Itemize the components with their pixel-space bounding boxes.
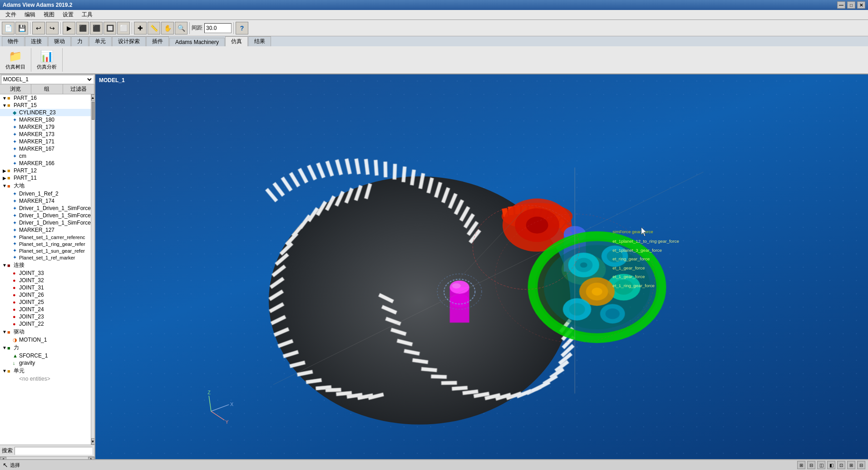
minimize-button[interactable]: — (837, 1, 845, 9)
tab-machinery[interactable]: Adams Machinery (169, 38, 225, 46)
tab-objects[interactable]: 物件 (2, 36, 25, 46)
main-layout: MODEL_1 浏览 组 过滤器 ▼ ■ PART_16 ▼ (0, 74, 868, 460)
tree-node-simforce3[interactable]: ✦ Driver_1_Driven_1_SimForce (0, 219, 91, 226)
tree-node-motion1[interactable]: ◑ MOTION_1 (0, 336, 91, 343)
select-box-button[interactable]: ⬛ (76, 22, 89, 34)
tab-filter[interactable]: 过滤器 (63, 84, 94, 94)
tree-node-joint31[interactable]: ● JOINT_31 (0, 284, 91, 291)
tree-node-forces[interactable]: ▼ ■ 力 (0, 343, 91, 352)
tree-node-part15[interactable]: ▼ ■ PART_15 (0, 102, 91, 109)
pointer-button[interactable]: ▶ (63, 22, 75, 34)
model-selector: MODEL_1 (0, 74, 94, 84)
tree-node-joint25[interactable]: ● JOINT_25 (0, 299, 91, 306)
close-button[interactable]: ✕ (857, 1, 865, 9)
undo-button[interactable]: ↩ (32, 22, 45, 34)
measure-button[interactable]: 📏 (148, 22, 160, 34)
spacing-input[interactable] (204, 23, 232, 33)
tree-node-part16[interactable]: ▼ ■ PART_16 (0, 94, 91, 102)
menu-edit[interactable]: 编辑 (21, 10, 39, 20)
tree-node-part12[interactable]: ▶ ■ PART_12 (0, 167, 91, 174)
tree-node-simforce2[interactable]: ✦ Driver_1_Driven_1_SimForce (0, 212, 91, 219)
tree-node-joint33[interactable]: ● JOINT_33 (0, 269, 91, 277)
tab-plugins[interactable]: 插件 (146, 36, 169, 46)
model-dropdown[interactable]: MODEL_1 (1, 75, 94, 84)
tree-node-part11[interactable]: ▶ ■ PART_11 (0, 174, 91, 181)
tree-node-joint24[interactable]: ● JOINT_24 (0, 306, 91, 313)
part-button[interactable]: ⬛ (90, 22, 103, 34)
search-input[interactable] (15, 447, 93, 455)
vscroll-thumb[interactable] (92, 102, 94, 120)
tree-node-joint26[interactable]: ● JOINT_26 (0, 291, 91, 299)
tree-node-sforce1[interactable]: ▲ SFORCE_1 (0, 352, 91, 359)
svg-point-119 (580, 262, 587, 268)
tree-node-cylinder23[interactable]: ◆ CYLINDER_23 (0, 109, 91, 116)
tree-node-joint32[interactable]: ● JOINT_32 (0, 277, 91, 284)
tree-node-joint23[interactable]: ● JOINT_23 (0, 313, 91, 320)
toolbar-separator-4 (189, 22, 190, 34)
menu-settings[interactable]: 设置 (59, 10, 77, 20)
tree-node-marker167[interactable]: ✦ MARKER_167 (0, 145, 91, 152)
simtree-label: 仿真树目 (5, 64, 25, 70)
tree-node-drivers[interactable]: ▼ ■ 驱动 (0, 328, 91, 336)
tree-node-cm[interactable]: ✦ cm (0, 152, 91, 160)
tab-simulation[interactable]: 仿真 (225, 36, 248, 46)
status-icon-3[interactable]: ◫ (817, 461, 825, 469)
tree-node-simforce1[interactable]: ✦ Driver_1_Driven_1_SimForce (0, 205, 91, 212)
tree-node-marker171[interactable]: ✦ MARKER_171 (0, 138, 91, 145)
status-icon-1[interactable]: ⊞ (797, 461, 805, 469)
tree-node-marker174[interactable]: ✦ MARKER_174 (0, 197, 91, 205)
toolbar-separator-2 (60, 22, 61, 34)
svg-text:et_1_gear_force: et_1_gear_force (612, 274, 645, 279)
tab-drivers[interactable]: 驱动 (48, 36, 71, 46)
menu-file[interactable]: 文件 (2, 10, 20, 20)
menu-view[interactable]: 视图 (40, 10, 58, 20)
simanalysis-label: 仿真分析 (37, 64, 57, 70)
body-button[interactable]: 🔲 (104, 22, 116, 34)
status-icon-7[interactable]: ⊟ (857, 461, 865, 469)
tree-node-marker179[interactable]: ✦ MARKER_179 (0, 123, 91, 131)
tree-node-marker166[interactable]: ✦ MARKER_166 (0, 160, 91, 167)
tree-node-ground[interactable]: ▼ ■ 大地 (0, 181, 91, 190)
tree-node-joints[interactable]: ▼ ■ 连接 (0, 261, 91, 269)
help-button[interactable]: ? (236, 22, 248, 34)
app-title: Adams View Adams 2019.2 (3, 2, 72, 8)
tab-units[interactable]: 单元 (89, 36, 112, 46)
tree-node-units[interactable]: ▼ ■ 单元 (0, 367, 91, 375)
tree-node-marker180[interactable]: ✦ MARKER_180 (0, 116, 91, 123)
tree-node-gravity[interactable]: ↓ gravity (0, 359, 91, 367)
toolbar-separator-3 (132, 22, 132, 34)
tab-forces[interactable]: 力 (71, 36, 89, 46)
new-button[interactable]: 📄 (2, 22, 15, 34)
maximize-button[interactable]: □ (847, 1, 855, 9)
tree-node-planetsun[interactable]: ✦ Planet_set_1_sun_gear_refer (0, 247, 91, 254)
status-icon-2[interactable]: ⊟ (807, 461, 815, 469)
pan-button[interactable]: ✋ (161, 22, 174, 34)
tab-connections[interactable]: 连接 (25, 36, 48, 46)
tree-node-joint22[interactable]: ● JOINT_22 (0, 320, 91, 328)
status-icon-5[interactable]: ⊡ (837, 461, 845, 469)
redo-button[interactable]: ↪ (46, 22, 59, 34)
tree-vscroll[interactable]: ▲ ▼ (91, 94, 94, 445)
vscroll-down[interactable]: ▼ (91, 438, 95, 445)
status-icon-6[interactable]: ⊞ (847, 461, 855, 469)
tree-node-planetring[interactable]: ✦ Planet_set_1_ring_gear_refer (0, 240, 91, 247)
zoom-button[interactable]: 🔍 (175, 22, 187, 34)
vscroll-up[interactable]: ▲ (91, 94, 95, 101)
save-button[interactable]: 💾 (15, 22, 28, 34)
svg-text:et_ring_gear_force: et_ring_gear_force (612, 256, 650, 261)
tab-group[interactable]: 组 (31, 84, 63, 94)
tab-browse[interactable]: 浏览 (0, 84, 31, 94)
tab-results[interactable]: 结果 (248, 36, 271, 46)
menu-tools[interactable]: 工具 (78, 10, 96, 20)
tree-node-planetcarrer[interactable]: ✦ Planet_set_1_carrer_referenc (0, 234, 91, 240)
status-icon-4[interactable]: ◧ (827, 461, 835, 469)
tree-node-marker173[interactable]: ✦ MARKER_173 (0, 131, 91, 138)
add-button[interactable]: ✚ (134, 22, 147, 34)
svg-rect-81 (326, 388, 341, 392)
tree-node-marker127[interactable]: ✦ MARKER_127 (0, 226, 91, 234)
title-bar-controls: — □ ✕ (837, 1, 865, 9)
tree-node-driven1ref2[interactable]: ✦ Driven_1_Ref_2 (0, 190, 91, 197)
tree-node-planetref[interactable]: ✦ Planet_set_1_ref_marker (0, 254, 91, 261)
tab-design[interactable]: 设计探索 (112, 36, 146, 46)
shape-button[interactable]: ⬜ (117, 22, 130, 34)
